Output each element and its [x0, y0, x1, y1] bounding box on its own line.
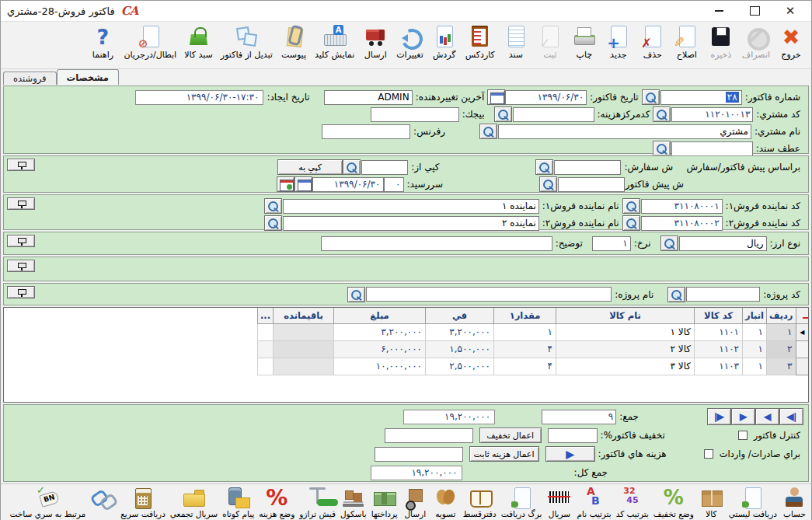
toolbar-button-settlement[interactable]: تسويه — [430, 486, 461, 518]
toolbar-button-help[interactable]: راهنما — [85, 24, 120, 60]
cell-remaining[interactable] — [274, 358, 334, 375]
rep1-name-field[interactable]: نماينده ۱ — [283, 199, 539, 214]
note-field[interactable] — [321, 236, 552, 251]
cost-center-field[interactable] — [513, 107, 594, 122]
cell-item-code[interactable]: ۱۱۰۱ — [695, 323, 743, 340]
copy-to-button[interactable]: کپي به — [277, 159, 343, 175]
pin-icon[interactable] — [7, 260, 35, 272]
invoice-date-field[interactable]: ۱۳۹۹/۰۶/۳۰ — [505, 90, 587, 105]
due-date-calendar-icon[interactable] — [294, 176, 312, 192]
order-no-search-icon[interactable] — [535, 159, 553, 175]
toolbar-button-dispatch[interactable]: ارسال — [400, 486, 430, 518]
discount-amount-field[interactable] — [385, 428, 473, 443]
rep2-code-field[interactable]: ۳۱۱۰۸۰۰۰۲ — [641, 216, 723, 231]
cell-unit-price[interactable]: ۱,۵۰۰,۰۰۰ — [426, 340, 494, 358]
toolbar-button-sort-by-name[interactable]: بترتيب نام — [574, 486, 613, 518]
cell-item-name[interactable]: کالا ۱ — [556, 323, 695, 340]
col-more[interactable]: ... — [257, 308, 273, 323]
toolbar-button-edit[interactable]: اصلاح — [670, 24, 704, 60]
toolbar-button-payments[interactable]: پرداختها — [369, 486, 400, 518]
toolbar-button-weighbridge[interactable]: باسکول — [338, 486, 369, 518]
toolbar-button-goods-basket[interactable]: سبد کالا — [180, 24, 217, 60]
copy-from-search-icon[interactable] — [343, 159, 361, 175]
toolbar-button-list-receive[interactable]: دريافت ليستي — [727, 486, 779, 518]
cell-more[interactable] — [257, 323, 273, 340]
cell-row[interactable]: ۲ — [766, 340, 796, 358]
pin-icon[interactable] — [7, 159, 35, 171]
fixed-cost-amount-field[interactable] — [375, 447, 463, 462]
pin-icon[interactable] — [7, 286, 35, 298]
apply-fixed-cost-button[interactable]: اعمال هزينه ثابت — [469, 446, 539, 462]
col-qty[interactable]: مقدار۱ — [494, 308, 556, 323]
invoice-number-search-icon[interactable] — [642, 89, 660, 105]
cell-remaining[interactable] — [274, 323, 334, 340]
toolbar-button-changes[interactable]: تغييرات — [392, 24, 427, 60]
cell-amount[interactable]: ۶,۰۰۰,۰۰۰ — [334, 340, 426, 358]
tab-seller[interactable]: فروشنده — [3, 72, 57, 85]
toolbar-button-chain-link[interactable] — [88, 486, 118, 509]
tab-specifications[interactable]: مشخصات — [57, 69, 119, 85]
proforma-no-search-icon[interactable] — [539, 176, 557, 192]
project-name-field[interactable] — [366, 287, 612, 302]
pin-icon[interactable] — [7, 197, 35, 210]
toolbar-button-cost-status[interactable]: وضع هزينه — [256, 486, 297, 518]
invoice-date-calendar-icon[interactable] — [487, 89, 505, 105]
toolbar-button-cancel[interactable]: انصراف — [738, 24, 774, 60]
grid-filter-icon[interactable] — [796, 308, 808, 323]
cell-amount[interactable]: ۱۰,۰۰۰,۰۰۰ — [334, 358, 426, 375]
invoice-discount-field[interactable] — [548, 428, 598, 443]
due-date-field[interactable]: ۱۳۹۹/۰۶/۳۰ — [312, 177, 384, 192]
toolbar-button-send[interactable]: ارسال — [358, 24, 392, 60]
toolbar-button-exit[interactable]: خروج — [774, 24, 808, 60]
pin-icon[interactable] — [7, 235, 35, 247]
cell-unit-price[interactable]: ۳,۲۰۰,۰۰۰ — [426, 323, 494, 340]
toolbar-button-print[interactable]: چاپ — [567, 24, 601, 60]
order-no-field[interactable] — [554, 160, 621, 175]
customer-name-search-icon[interactable] — [479, 124, 497, 139]
project-code-search-icon[interactable] — [667, 287, 685, 302]
col-store[interactable]: انبار — [743, 308, 767, 323]
due-date-calendar-today-icon[interactable] — [277, 176, 294, 192]
project-code-field[interactable] — [686, 287, 760, 302]
bijak-field[interactable] — [371, 107, 459, 122]
doc-ref-search-icon[interactable] — [653, 141, 671, 156]
cell-qty[interactable]: ۴ — [494, 340, 556, 358]
customer-code-field[interactable]: ۱۱۲۰۱۰۰۱۳ — [671, 107, 753, 122]
toolbar-button-void[interactable]: ابطال/درجريان — [120, 24, 180, 60]
toolbar-button-aggregate-serial[interactable]: سريال تجمعي — [168, 486, 220, 518]
cell-store[interactable]: ۱ — [743, 323, 767, 340]
rep1-code-field[interactable]: ۳۱۱۰۸۰۰۰۱ — [641, 199, 723, 214]
col-item-code[interactable]: کد کالا — [695, 308, 743, 323]
invoice-control-checkbox[interactable] — [738, 431, 748, 440]
cell-more[interactable] — [257, 358, 273, 375]
toolbar-button-cardex[interactable]: کاردکس — [462, 24, 499, 60]
project-name-search-icon[interactable] — [347, 287, 365, 302]
cell-unit-price[interactable]: ۲,۵۰۰,۰۰۰ — [426, 358, 494, 375]
minimize-icon[interactable] — [712, 4, 726, 18]
col-amount[interactable]: مبلغ — [334, 308, 426, 323]
col-remaining[interactable]: باقيمانده — [274, 308, 334, 323]
apply-discount-button[interactable]: اعمال تخفيف — [479, 428, 542, 443]
toolbar-button-quick-receive[interactable]: دريافت سريع — [118, 486, 168, 518]
cell-more[interactable] — [257, 340, 273, 358]
customer-code-search-icon[interactable] — [653, 106, 671, 122]
maximize-icon[interactable] — [748, 4, 761, 18]
rep2-name-field[interactable]: نماينده ۲ — [283, 216, 539, 231]
toolbar-button-turnover[interactable]: گردش — [427, 24, 462, 60]
last-editor-field[interactable]: ADMIN — [324, 90, 413, 105]
toolbar-button-account[interactable]: حساب — [779, 486, 810, 518]
nav-next-record-icon[interactable] — [731, 408, 755, 425]
toolbar-button-discount-status[interactable]: وضع تخفيف — [651, 486, 696, 518]
cell-qty[interactable]: ۴ — [494, 358, 556, 375]
cell-store[interactable]: ۱ — [743, 340, 767, 358]
toolbar-button-sms[interactable]: پيام کوتاه — [220, 486, 256, 518]
col-unit-price[interactable]: في — [426, 308, 494, 323]
cell-item-name[interactable]: کالا ۳ — [556, 358, 695, 375]
row-selector[interactable] — [796, 340, 808, 358]
cell-store[interactable]: ۱ — [743, 358, 767, 375]
reference-field[interactable] — [322, 124, 410, 139]
table-row[interactable]: ◀ ۱ ۱ ۱۱۰۱ کالا ۱ ۱ ۳,۲۰۰,۰۰۰ ۳,۲۰۰,۰۰۰ — [257, 323, 808, 340]
toolbar-button-batch-series[interactable]: مرتبط به سري ساخت — [8, 486, 89, 518]
toolbar-button-save[interactable]: ذخيره — [704, 24, 738, 60]
items-table[interactable]: رديف انبار کد کالا نام کالا مقدار۱ في مب… — [257, 308, 808, 375]
